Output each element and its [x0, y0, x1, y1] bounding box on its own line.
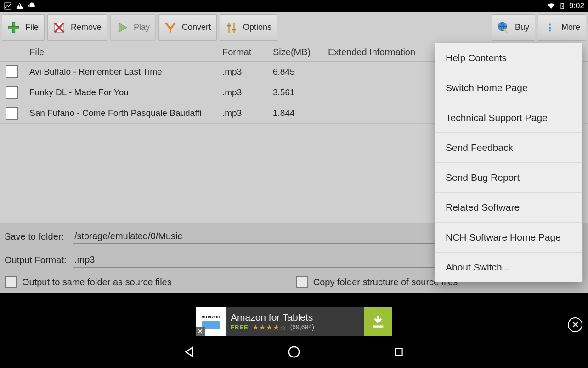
menu-send-bug-report[interactable]: Send Bug Report: [435, 163, 582, 193]
options-button[interactable]: Options: [220, 14, 277, 41]
row-checkbox[interactable]: [6, 65, 18, 78]
same-folder-label: Output to same folder as source files: [22, 277, 172, 288]
row-checkbox[interactable]: [6, 107, 18, 120]
download-icon[interactable]: [364, 307, 392, 336]
svg-rect-17: [227, 24, 231, 26]
menu-help-contents[interactable]: Help Contents: [435, 43, 582, 73]
svg-rect-23: [549, 29, 551, 31]
menu-send-feedback[interactable]: Send Feedback: [435, 133, 582, 163]
remove-icon: [51, 20, 67, 35]
more-menu: Help Contents Switch Home Page Technical…: [435, 43, 582, 282]
svg-rect-9: [9, 26, 19, 29]
ad-mute-icon[interactable]: ✕: [196, 327, 205, 336]
toolbar: File Remove Play Convert Options: [0, 12, 588, 43]
recents-button[interactable]: [390, 343, 407, 361]
android-navbar: [0, 336, 588, 368]
ad-banner[interactable]: amazon ✕ Amazon for Tablets FREE ★★★★☆ (…: [196, 307, 392, 336]
convert-button[interactable]: Convert: [158, 14, 217, 41]
back-button[interactable]: [181, 343, 198, 361]
play-icon: [114, 20, 130, 35]
warning-icon: [16, 2, 24, 10]
svg-rect-16: [233, 22, 235, 33]
android-icon: [28, 2, 36, 10]
copy-structure-checkbox[interactable]: [296, 276, 308, 288]
remove-button[interactable]: Remove: [47, 14, 107, 41]
wifi-icon: [547, 2, 555, 10]
ad-count: (69,694): [290, 323, 314, 331]
svg-rect-6: [562, 3, 563, 4]
output-format-label: Output Format:: [5, 255, 69, 265]
battery-charging-icon: [558, 2, 566, 10]
svg-marker-13: [119, 23, 127, 32]
convert-icon: [163, 20, 178, 35]
more-button[interactable]: More: [538, 14, 586, 41]
play-button[interactable]: Play: [110, 14, 156, 41]
svg-rect-24: [373, 326, 384, 328]
ad-logo: amazon ✕: [196, 307, 226, 336]
menu-switch-home[interactable]: Switch Home Page: [435, 73, 582, 103]
options-icon: [224, 20, 239, 35]
menu-nch-home[interactable]: NCH Software Home Page: [435, 223, 582, 253]
svg-rect-22: [549, 27, 551, 29]
buy-button[interactable]: Buy: [492, 14, 535, 41]
ad-title: Amazon for Tablets: [231, 312, 359, 323]
svg-rect-3: [28, 5, 29, 7]
more-vert-icon: [542, 20, 558, 35]
home-button[interactable]: [285, 343, 303, 361]
col-size[interactable]: Size(MB): [273, 47, 328, 58]
col-file[interactable]: File: [29, 47, 222, 58]
menu-tech-support[interactable]: Technical Support Page: [435, 103, 582, 133]
col-format[interactable]: Format: [222, 47, 273, 58]
close-ad-button[interactable]: ✕: [568, 317, 582, 332]
image-icon: [4, 2, 12, 10]
svg-rect-15: [228, 22, 230, 33]
row-checkbox[interactable]: [6, 86, 18, 99]
svg-rect-18: [232, 29, 236, 30]
ad-free-label: FREE: [231, 324, 249, 331]
menu-related-software[interactable]: Related Software: [435, 193, 582, 223]
svg-rect-4: [34, 5, 35, 7]
svg-marker-14: [170, 29, 172, 33]
menu-about-switch[interactable]: About Switch...: [435, 253, 582, 282]
svg-marker-7: [561, 5, 563, 8]
file-button[interactable]: File: [2, 14, 45, 41]
globe-key-icon: [496, 20, 511, 35]
ad-area: amazon ✕ Amazon for Tablets FREE ★★★★☆ (…: [0, 307, 588, 336]
status-bar: 9:02: [0, 0, 588, 12]
svg-rect-21: [549, 23, 551, 25]
svg-rect-26: [395, 348, 402, 355]
status-time: 9:02: [569, 1, 584, 11]
same-folder-checkbox[interactable]: [5, 276, 17, 288]
plus-icon: [6, 20, 22, 35]
save-folder-label: Save to folder:: [5, 231, 69, 242]
svg-point-25: [289, 347, 300, 357]
ad-stars: ★★★★☆: [252, 323, 287, 332]
